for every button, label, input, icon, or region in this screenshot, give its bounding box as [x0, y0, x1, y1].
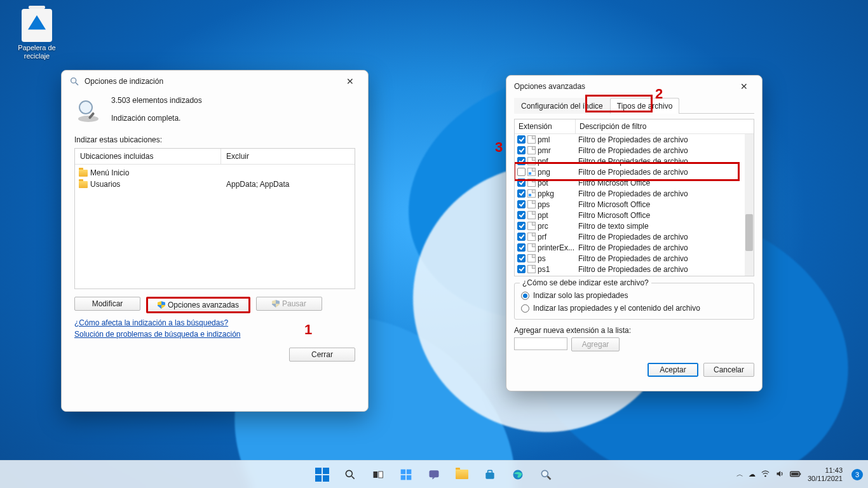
filetype-checkbox[interactable] [517, 157, 526, 165]
indexing-options-taskbar-button[interactable] [534, 463, 558, 487]
svg-rect-7 [374, 471, 378, 478]
filter-description: Filtro de Propiedades de archivo [576, 157, 754, 166]
battery-icon[interactable] [790, 470, 801, 479]
wifi-icon[interactable] [761, 469, 770, 480]
filetype-row[interactable]: pmlFiltro de Propiedades de archivo [515, 134, 754, 145]
filter-description: Filtro de texto simple [576, 222, 754, 231]
chat-button[interactable] [422, 463, 446, 487]
svg-rect-8 [379, 471, 383, 478]
radio-properties-only[interactable]: Indizar solo las propiedades [521, 291, 747, 300]
filter-description: Filtro de Propiedades de archivo [576, 135, 754, 144]
recycle-bin-desktop-icon[interactable]: Papelera de reciclaje [15, 9, 58, 60]
col-exclude[interactable]: Excluir [221, 149, 355, 164]
filetype-row[interactable]: ppkgFiltro de Propiedades de archivo [515, 188, 754, 199]
ok-button[interactable]: Aceptar [648, 363, 698, 377]
volume-icon[interactable] [775, 469, 785, 480]
location-name: Menú Inicio [90, 168, 129, 177]
filetype-checkbox[interactable] [517, 265, 526, 273]
svg-rect-12 [407, 475, 412, 480]
filetype-row[interactable]: ps1Filtro de Propiedades de archivo [515, 264, 754, 274]
cancel-button[interactable]: Cancelar [703, 363, 754, 377]
extension-name: pml [538, 135, 550, 144]
filter-description: Filtro de Propiedades de archivo [576, 254, 754, 263]
edge-button[interactable] [506, 463, 530, 487]
extension-name: pmr [538, 146, 551, 155]
filetype-row[interactable]: pngFiltro de Propiedades de archivo [515, 166, 754, 177]
svg-point-3 [79, 101, 92, 114]
indexing-status-icon [74, 96, 102, 124]
radio-properties-and-content[interactable]: Indizar las propiedades y el contenido d… [521, 304, 747, 313]
tray-chevron-icon[interactable]: ︿ [736, 470, 743, 479]
location-exclude: AppData; AppData [221, 180, 355, 189]
svg-point-0 [71, 78, 76, 83]
col-included[interactable]: Ubicaciones incluidas [75, 149, 221, 164]
modify-button[interactable]: Modificar [74, 297, 140, 311]
file-explorer-button[interactable] [450, 463, 474, 487]
start-button[interactable] [310, 463, 334, 487]
search-button[interactable] [338, 463, 362, 487]
onedrive-icon[interactable]: ☁ [749, 470, 756, 478]
col-description[interactable]: Descripción de filtro [576, 119, 754, 133]
tab-file-types[interactable]: Tipos de archivo [610, 98, 680, 114]
add-extension-button[interactable]: Agregar [571, 337, 620, 351]
extension-name: png [538, 168, 550, 177]
location-name: Usuarios [90, 180, 120, 189]
filetype-checkbox[interactable] [517, 254, 526, 262]
close-button[interactable]: ✕ [337, 72, 363, 91]
filetype-checkbox[interactable] [517, 189, 526, 198]
filetype-checkbox[interactable] [517, 168, 526, 176]
file-icon [527, 211, 536, 219]
help-link[interactable]: ¿Cómo afecta la indización a las búsqued… [74, 318, 228, 327]
svg-point-19 [764, 475, 766, 477]
filetype-checkbox[interactable] [517, 146, 526, 154]
scrollbar-thumb[interactable] [745, 214, 753, 251]
file-icon [527, 135, 536, 144]
filetype-row[interactable]: printerEx...Filtro de Propiedades de arc… [515, 242, 754, 253]
close-button[interactable]: ✕ [731, 77, 757, 96]
magnifier-icon [69, 76, 79, 86]
new-extension-input[interactable] [514, 337, 567, 350]
extension-name: pps [538, 200, 550, 209]
filter-description: Filtro de Propiedades de archivo [576, 189, 754, 198]
filetype-checkbox[interactable] [517, 233, 526, 241]
pause-label: Pausar [282, 299, 306, 308]
filetype-checkbox[interactable] [517, 222, 526, 230]
filetype-row[interactable]: prcFiltro de texto simple [515, 220, 754, 231]
col-extension[interactable]: Extensión [515, 119, 576, 133]
titlebar[interactable]: Opciones avanzadas ✕ [506, 76, 762, 97]
filetype-row[interactable]: psFiltro de Propiedades de archivo [515, 253, 754, 264]
notification-count[interactable]: 3 [851, 469, 863, 480]
filetype-checkbox[interactable] [517, 179, 526, 187]
titlebar[interactable]: Opciones de indización ✕ [62, 71, 368, 92]
location-row[interactable]: UsuariosAppData; AppData [75, 179, 355, 190]
filetype-row[interactable]: ps1xmlFiltro de Propiedades de archivo [515, 274, 754, 276]
filetype-row[interactable]: ppsFiltro Microsoft Office [515, 199, 754, 210]
filetype-row[interactable]: prfFiltro de Propiedades de archivo [515, 231, 754, 242]
svg-line-1 [76, 83, 78, 85]
window-title: Opciones avanzadas [514, 82, 585, 91]
extension-name: prc [538, 222, 548, 231]
filetype-row[interactable]: potFiltro Microsoft Office [515, 177, 754, 188]
close-button-bottom[interactable]: Cerrar [289, 348, 355, 362]
filetype-list: Extensión Descripción de filtro pmlFiltr… [514, 119, 754, 276]
clock[interactable]: 11:43 30/11/2021 [808, 466, 843, 483]
widgets-button[interactable] [394, 463, 418, 487]
filetype-checkbox[interactable] [517, 135, 526, 144]
filetype-row[interactable]: pnfFiltro de Propiedades de archivo [515, 156, 754, 166]
scrollbar[interactable] [745, 134, 754, 276]
location-row[interactable]: Menú Inicio [75, 167, 355, 179]
troubleshoot-link[interactable]: Solución de problemas de búsqueda e indi… [74, 330, 241, 339]
indexing-status: Indización completa. [111, 114, 202, 123]
filetype-row[interactable]: pmrFiltro de Propiedades de archivo [515, 145, 754, 156]
tab-index-settings[interactable]: Configuración del índice [514, 98, 610, 114]
extension-name: ps1 [538, 265, 550, 274]
filetype-checkbox[interactable] [517, 211, 526, 219]
filter-description: Filtro de Propiedades de archivo [576, 243, 754, 252]
filetype-row[interactable]: pptFiltro Microsoft Office [515, 210, 754, 220]
task-view-button[interactable] [366, 463, 390, 487]
store-button[interactable] [478, 463, 502, 487]
filetype-checkbox[interactable] [517, 200, 526, 208]
advanced-options-button[interactable]: Opciones avanzadas [146, 297, 250, 313]
locations-list: Ubicaciones incluidas Excluir Menú Inici… [74, 148, 355, 289]
filetype-checkbox[interactable] [517, 243, 526, 252]
